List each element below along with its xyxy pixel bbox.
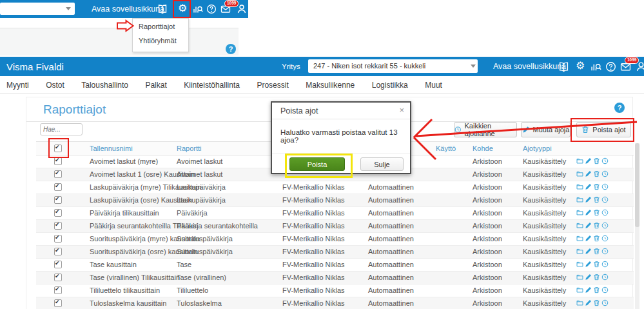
clock-icon[interactable] [601, 261, 609, 268]
clock-icon[interactable] [601, 209, 609, 216]
folder-icon[interactable] [576, 183, 583, 190]
pencil-icon[interactable] [585, 261, 592, 268]
trash-icon[interactable] [593, 286, 600, 294]
page-help-button[interactable]: ? [614, 103, 625, 113]
table-row[interactable]: Suorituspäiväkirja (osre) kausittain Suo… [36, 246, 634, 259]
clock-icon[interactable] [601, 235, 609, 242]
nav-item-ostot[interactable]: Ostot [46, 76, 64, 94]
folder-icon[interactable] [576, 261, 583, 268]
clock-icon[interactable] [601, 286, 609, 294]
row-checkbox[interactable] [54, 248, 62, 255]
clock-icon[interactable] [601, 222, 609, 229]
overlay-company-select[interactable] [0, 3, 75, 15]
nav-item-myynti[interactable]: Myynti [6, 76, 29, 94]
row-checkbox[interactable] [54, 157, 62, 165]
pencil-icon[interactable] [585, 196, 592, 203]
folder-icon[interactable] [576, 248, 583, 255]
trash-icon[interactable] [593, 209, 600, 216]
menu-item-yhtioryhmat[interactable]: Yhtiöryhmät [133, 33, 188, 47]
pencil-icon[interactable] [585, 183, 592, 190]
help-icon[interactable] [605, 61, 616, 72]
nav-item-muut[interactable]: Muut [425, 76, 442, 94]
trash-icon[interactable] [593, 261, 600, 268]
table-row[interactable]: Suorituspäiväkirja (myre) kausittain Suo… [36, 233, 634, 246]
nav-item-prosessit[interactable]: Prosessit [257, 76, 288, 94]
overlay-app-switcher-link[interactable]: Avaa sovellusikkuna [92, 5, 164, 14]
pencil-icon[interactable] [585, 157, 592, 164]
table-row[interactable]: Päiväkirja tilikausittain Päiväkirja FV-… [36, 207, 634, 220]
trash-icon[interactable] [593, 183, 600, 190]
row-checkbox[interactable] [54, 209, 62, 217]
row-checkbox[interactable] [54, 299, 62, 307]
clock-icon[interactable] [601, 183, 609, 190]
pencil-icon[interactable] [585, 274, 592, 281]
app-switcher-link[interactable]: Avaa sovellusikkuna [493, 62, 566, 71]
nav-item-kiinteistohallinta[interactable]: Kiinteistöhallinta [184, 76, 240, 94]
folder-icon[interactable] [576, 222, 583, 229]
row-checkbox[interactable] [54, 222, 62, 230]
nav-item-logistiikka[interactable]: Logistiikka [372, 76, 408, 94]
nav-item-maksuliikenne[interactable]: Maksuliikenne [306, 76, 355, 94]
table-row[interactable]: Tililuettelo tilikausittain Tililuettelo… [36, 284, 634, 297]
row-checkbox[interactable] [54, 261, 62, 268]
row-checkbox[interactable] [54, 235, 62, 243]
chart-search-icon[interactable] [193, 4, 203, 14]
pencil-icon[interactable] [585, 286, 592, 294]
folder-icon[interactable] [576, 235, 583, 242]
chart-search-icon[interactable] [590, 61, 601, 72]
search-input[interactable] [40, 123, 83, 135]
col-header-kohde[interactable]: Kohde [473, 145, 493, 152]
close-icon[interactable]: × [399, 105, 404, 115]
pencil-icon[interactable] [585, 222, 592, 229]
folder-icon[interactable] [576, 157, 583, 164]
company-select[interactable]: 247 - Niken isot rekkarit 55 - kukkeli [308, 59, 478, 73]
trash-icon[interactable] [593, 222, 600, 229]
folder-icon[interactable] [576, 274, 583, 281]
pencil-icon[interactable] [585, 170, 592, 177]
overlay-help-button[interactable]: ? [226, 44, 236, 54]
row-checkbox[interactable] [54, 170, 62, 178]
row-checkbox[interactable] [54, 274, 62, 281]
all-run-status-button[interactable]: Kaikkien ajotilanne [454, 122, 517, 137]
row-checkbox[interactable] [54, 286, 62, 294]
trash-icon[interactable] [593, 157, 600, 164]
table-row[interactable]: Laskupäiväkirja (osre) Kausittain Laskup… [36, 194, 634, 207]
cancel-button[interactable]: Sulje [360, 157, 404, 171]
table-row[interactable]: Pääkirja seurantakohteilla Tilikausi Pää… [36, 220, 634, 233]
col-header-tallennusnimi[interactable]: Tallennusnimi [90, 145, 133, 152]
trash-icon[interactable] [593, 235, 600, 242]
pencil-icon[interactable] [585, 235, 592, 242]
menu-item-raporttiajot[interactable]: Raporttiajot [133, 19, 188, 33]
table-row[interactable]: Tase kausittain Tase FV-Merikallio Nikla… [36, 259, 634, 272]
delete-runs-button[interactable]: Poista ajot [576, 122, 631, 137]
clock-icon[interactable] [601, 299, 609, 306]
table-row[interactable]: Tase (virallinen) Tilikausittain Tase (v… [36, 272, 634, 284]
edit-runs-button[interactable]: Muuta ajoja [521, 122, 571, 137]
nav-item-taloushallinto[interactable]: Taloushallinto [81, 76, 128, 94]
book-icon[interactable] [558, 61, 569, 72]
folder-icon[interactable] [576, 196, 583, 203]
user-icon[interactable] [237, 4, 247, 14]
folder-icon[interactable] [576, 209, 583, 216]
trash-icon[interactable] [593, 248, 600, 255]
trash-icon[interactable] [593, 196, 600, 203]
trash-icon[interactable] [593, 170, 600, 177]
scrollbar-thumb[interactable] [635, 143, 639, 227]
pencil-icon[interactable] [585, 299, 592, 306]
clock-icon[interactable] [601, 170, 609, 177]
folder-icon[interactable] [576, 170, 583, 177]
trash-icon[interactable] [593, 299, 600, 306]
folder-icon[interactable] [576, 299, 583, 306]
gear-icon[interactable]: ⚙ [178, 3, 187, 14]
row-checkbox[interactable] [54, 196, 62, 204]
pencil-icon[interactable] [585, 248, 592, 255]
col-header-raportti[interactable]: Raportti [177, 145, 202, 152]
pencil-icon[interactable] [585, 209, 592, 216]
gear-icon[interactable]: ⚙ [576, 61, 585, 71]
help-icon[interactable] [206, 4, 217, 14]
clock-icon[interactable] [601, 157, 609, 164]
col-header-ajotyyppi[interactable]: Ajotyyppi [523, 145, 552, 152]
clock-icon[interactable] [601, 248, 609, 255]
clock-icon[interactable] [601, 196, 609, 203]
clock-icon[interactable] [601, 274, 609, 281]
